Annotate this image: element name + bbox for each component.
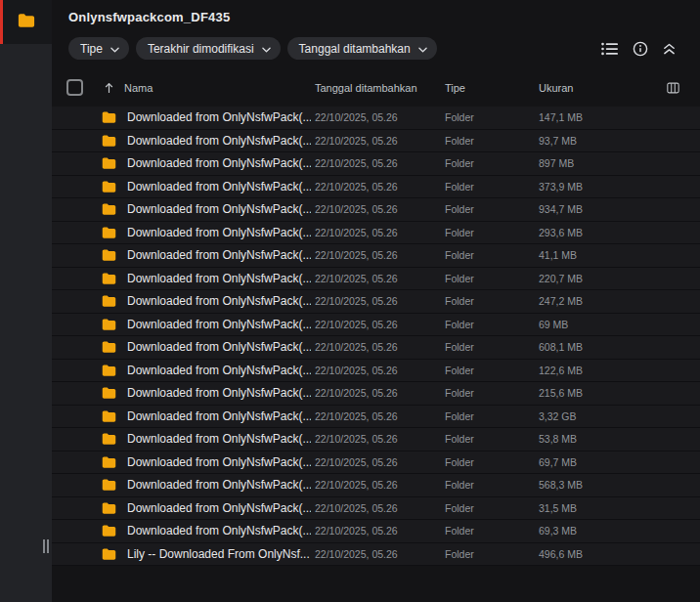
file-name: Downloaded from OnlyNsfwPack(... <box>127 318 311 331</box>
folder-icon <box>102 455 116 468</box>
file-name: Downloaded from OnlyNsfwPack(... <box>127 180 311 194</box>
file-name: Downloaded from OnlyNsfwPack(... <box>127 432 311 446</box>
file-date-added: 22/10/2025, 05.26 <box>315 203 398 215</box>
filter-chip-date-added[interactable]: Tanggal ditambahkan <box>287 37 437 60</box>
file-name: Downloaded from OnlyNsfwPack(... <box>127 364 311 377</box>
file-size: 220,7 MB <box>539 273 583 284</box>
file-row[interactable]: Downloaded from OnlyNsfwPack(... 22/10/2… <box>52 406 700 429</box>
file-row[interactable]: Downloaded from OnlyNsfwPack(... 22/10/2… <box>52 244 700 268</box>
sort-arrow-up-icon[interactable] <box>105 82 113 94</box>
file-name: Downloaded from OnlyNsfwPack(... <box>127 226 311 239</box>
file-row[interactable]: Downloaded from OnlyNsfwPack(... 22/10/2… <box>52 290 700 314</box>
file-row[interactable]: Downloaded from OnlyNsfwPack(... 22/10/2… <box>52 130 700 153</box>
file-name: Lily -- Downloaded From OnlyNsf... <box>127 547 310 561</box>
file-type: Folder <box>445 111 474 123</box>
folder-icon <box>102 501 116 514</box>
file-row[interactable]: Downloaded from OnlyNsfwPack(... 22/10/2… <box>52 520 700 543</box>
column-header-date-added[interactable]: Tanggal ditambahkan <box>315 82 417 94</box>
file-row[interactable]: Downloaded from OnlyNsfwPack(... 22/10/2… <box>52 336 700 360</box>
folder-icon <box>102 203 116 216</box>
file-row[interactable]: Downloaded from OnlyNsfwPack(... 22/10/2… <box>52 152 700 176</box>
list-view-icon[interactable] <box>601 42 618 56</box>
filter-chip-type[interactable]: Tipe <box>68 37 129 60</box>
file-size: 496,6 MB <box>539 548 583 560</box>
file-type: Folder <box>445 410 474 422</box>
file-row[interactable]: Downloaded from OnlyNsfwPack(... 22/10/2… <box>52 176 700 199</box>
file-name: Downloaded from OnlyNsfwPack(... <box>127 134 311 148</box>
file-name: Downloaded from OnlyNsfwPack(... <box>127 202 311 216</box>
info-icon[interactable] <box>633 41 648 57</box>
file-date-added: 22/10/2025, 05.26 <box>315 295 398 307</box>
sidebar-resize-handle[interactable] <box>43 539 49 553</box>
file-date-added: 22/10/2025, 05.26 <box>315 525 398 537</box>
file-size: 373,9 MB <box>539 181 583 193</box>
folder-icon <box>102 111 116 124</box>
file-date-added: 22/10/2025, 05.26 <box>315 249 398 261</box>
file-type: Folder <box>445 433 474 445</box>
file-date-added: 22/10/2025, 05.26 <box>315 387 398 399</box>
file-size: 568,3 MB <box>539 479 583 491</box>
file-size: 93,7 MB <box>539 135 577 147</box>
folder-icon <box>102 479 116 492</box>
file-size: 122,6 MB <box>539 365 583 376</box>
file-row[interactable]: Downloaded from OnlyNsfwPack(... 22/10/2… <box>52 428 700 452</box>
file-type: Folder <box>445 295 474 307</box>
file-row[interactable]: Downloaded from OnlyNsfwPack(... 22/10/2… <box>52 314 700 337</box>
file-row[interactable]: Lily -- Downloaded From OnlyNsf... 22/10… <box>52 543 700 567</box>
file-date-added: 22/10/2025, 05.26 <box>315 135 398 147</box>
file-date-added: 22/10/2025, 05.26 <box>315 341 398 353</box>
file-row[interactable]: Downloaded from OnlyNsfwPack(... 22/10/2… <box>52 452 700 475</box>
sidebar <box>0 0 52 602</box>
folder-icon <box>102 364 116 376</box>
file-name: Downloaded from OnlyNsfwPack(... <box>127 409 311 423</box>
column-header-name[interactable]: Nama <box>124 82 153 94</box>
view-toolbar <box>601 41 676 57</box>
file-name: Downloaded from OnlyNsfwPack(... <box>127 110 311 124</box>
folder-icon <box>18 13 35 32</box>
file-date-added: 22/10/2025, 05.26 <box>315 111 398 123</box>
file-name: Downloaded from OnlyNsfwPack(... <box>127 455 311 469</box>
filter-chip-last-modified[interactable]: Terakhir dimodifikasi <box>136 37 281 60</box>
file-row[interactable]: Downloaded from OnlyNsfwPack(... 22/10/2… <box>52 497 700 521</box>
select-all-checkbox[interactable] <box>66 79 83 96</box>
file-row[interactable]: Downloaded from OnlyNsfwPack(... 22/10/2… <box>52 107 700 130</box>
column-header-size[interactable]: Ukuran <box>539 82 573 94</box>
column-header-type[interactable]: Tipe <box>445 82 465 94</box>
file-row[interactable]: Downloaded from OnlyNsfwPack(... 22/10/2… <box>52 198 700 222</box>
file-date-added: 22/10/2025, 05.26 <box>315 479 398 491</box>
folder-icon <box>102 295 116 308</box>
file-type: Folder <box>445 157 474 169</box>
file-row[interactable]: Downloaded from OnlyNsfwPack(... 22/10/2… <box>52 382 700 406</box>
chevron-down-icon <box>418 42 427 56</box>
file-name: Downloaded from OnlyNsfwPack(... <box>127 272 311 285</box>
column-view-icon[interactable] <box>667 82 679 94</box>
file-type: Folder <box>445 319 474 330</box>
file-row[interactable]: Downloaded from OnlyNsfwPack(... 22/10/2… <box>52 474 700 497</box>
app-window: Onlynsfwpackcom_DF435 Tipe Terakhir dimo… <box>0 0 700 602</box>
file-date-added: 22/10/2025, 05.26 <box>315 433 398 445</box>
sidebar-item-active-folder[interactable] <box>0 0 52 44</box>
filter-chip-label: Tanggal ditambahkan <box>299 42 411 56</box>
file-row[interactable]: Downloaded from OnlyNsfwPack(... 22/10/2… <box>52 360 700 383</box>
collapse-icon[interactable] <box>663 42 676 56</box>
filter-chip-label: Tipe <box>80 42 103 56</box>
file-size: 69,3 MB <box>539 525 577 537</box>
folder-icon <box>102 134 116 147</box>
file-row[interactable]: Downloaded from OnlyNsfwPack(... 22/10/2… <box>52 222 700 245</box>
file-type: Folder <box>445 479 474 491</box>
file-size: 608,1 MB <box>539 341 583 353</box>
file-size: 934,7 MB <box>539 203 583 215</box>
file-date-added: 22/10/2025, 05.26 <box>315 181 398 193</box>
chevron-down-icon <box>110 42 119 56</box>
file-row[interactable]: Downloaded from OnlyNsfwPack(... 22/10/2… <box>52 268 700 291</box>
table-header: Nama Tanggal ditambahkan Tipe Ukuran <box>52 76 700 100</box>
file-date-added: 22/10/2025, 05.26 <box>315 502 398 514</box>
file-date-added: 22/10/2025, 05.26 <box>315 273 398 284</box>
file-size: 69 MB <box>539 319 568 330</box>
file-type: Folder <box>445 341 474 353</box>
main-content: Onlynsfwpackcom_DF435 Tipe Terakhir dimo… <box>52 0 700 602</box>
file-type: Folder <box>445 548 474 560</box>
file-type: Folder <box>445 249 474 261</box>
folder-icon <box>102 525 116 538</box>
file-type: Folder <box>445 365 474 376</box>
